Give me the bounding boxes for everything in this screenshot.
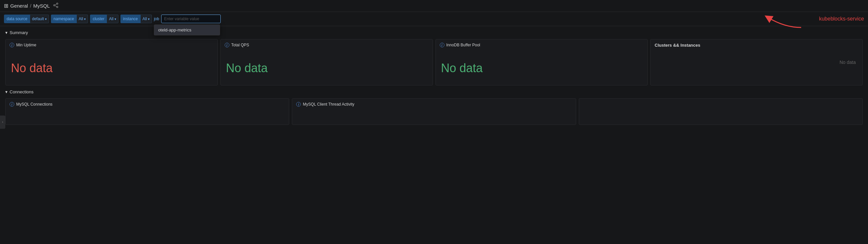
grid-icon: ⊞ (4, 3, 8, 9)
chevron-right-icon: › (2, 120, 3, 124)
job-filter-container: job oteld-app-metrics (154, 14, 221, 23)
job-dropdown-item[interactable]: oteld-app-metrics (154, 25, 220, 35)
connections-label: Connections (9, 89, 33, 94)
instance-value-text: All (143, 17, 147, 21)
job-dropdown-menu: oteld-app-metrics (154, 25, 220, 35)
instance-value[interactable]: All ▾ (141, 14, 152, 23)
cluster-label: cluster (90, 14, 107, 23)
summary-label: Summary (9, 30, 28, 35)
innodb-title: InnoDB Buffer Pool (446, 43, 480, 47)
breadcrumb-separator: / (30, 3, 31, 9)
svg-point-2 (57, 6, 58, 8)
clusters-instances-card: Clusters && Instances No data (650, 39, 863, 85)
namespace-filter[interactable]: namespace All ▾ (51, 14, 88, 23)
total-qps-card: i Total QPS No data (220, 39, 433, 85)
info-icon: i (440, 43, 444, 47)
main-content: ▾ Summary i Min Uptime No data i Total Q… (0, 26, 868, 129)
summary-cards-grid: i Min Uptime No data i Total QPS No data… (5, 39, 863, 85)
connections-chevron-icon: ▾ (5, 89, 8, 94)
total-qps-no-data: No data (226, 61, 268, 75)
min-uptime-card-header: i Min Uptime (9, 43, 213, 47)
chevron-down-icon: ▾ (84, 17, 86, 21)
connections-section: ▾ Connections i MySQL Connections i MySQ… (5, 89, 863, 125)
filters-bar: data source default ▾ namespace All ▾ cl… (0, 12, 868, 26)
namespace-value-text: All (79, 17, 83, 21)
clusters-no-data: No data (840, 60, 856, 65)
annotation-area: kubeblocks-service (819, 16, 864, 22)
connections-section-header: ▾ Connections (5, 89, 863, 94)
chevron-down-icon: ▾ (45, 17, 46, 21)
svg-line-3 (55, 4, 57, 5)
data-source-filter[interactable]: data source default ▾ (4, 14, 49, 23)
mysql-thread-title: MySQL Client Thread Activity (303, 102, 354, 106)
namespace-value[interactable]: All ▾ (77, 14, 88, 23)
instance-filter[interactable]: instance All ▾ (120, 14, 152, 23)
job-label: job (154, 17, 159, 21)
total-qps-title: Total QPS (231, 43, 249, 47)
clusters-card-header: Clusters && Instances (655, 43, 859, 48)
info-icon: i (296, 102, 301, 106)
mysql-connections-card: i MySQL Connections (5, 98, 289, 125)
job-input[interactable] (161, 14, 221, 23)
cluster-value[interactable]: All ▾ (107, 14, 118, 23)
namespace-label: namespace (51, 14, 77, 23)
chevron-down-icon: ▾ (115, 17, 116, 21)
mysql-thread-activity-card: i MySQL Client Thread Activity (292, 98, 576, 125)
mysql-thread-header: i MySQL Client Thread Activity (296, 102, 571, 106)
data-source-value[interactable]: default ▾ (30, 14, 49, 23)
summary-chevron-icon: ▾ (5, 30, 8, 35)
innodb-card-header: i InnoDB Buffer Pool (440, 43, 644, 47)
innodb-no-data: No data (441, 61, 483, 75)
top-bar: ⊞ General / MySQL (0, 0, 868, 12)
annotation-label: kubeblocks-service (819, 16, 864, 22)
info-icon: i (9, 43, 14, 47)
annotation-arrow (765, 12, 804, 29)
clusters-title: Clusters && Instances (655, 43, 700, 48)
conn-card-3 (579, 98, 863, 125)
connections-cards-grid: i MySQL Connections i MySQL Client Threa… (5, 98, 863, 125)
svg-point-0 (57, 3, 58, 4)
min-uptime-no-data: No data (11, 61, 53, 75)
share-icon[interactable] (53, 3, 59, 9)
chevron-down-icon: ▾ (148, 17, 150, 21)
breadcrumb: ⊞ General / MySQL (4, 3, 59, 9)
info-icon: i (9, 102, 14, 106)
breadcrumb-general: General (10, 3, 28, 9)
min-uptime-title: Min Uptime (16, 43, 36, 47)
info-icon: i (225, 43, 229, 47)
data-source-value-text: default (32, 17, 44, 21)
mysql-connections-header: i MySQL Connections (9, 102, 285, 106)
svg-line-4 (55, 6, 57, 7)
cluster-value-text: All (109, 17, 113, 21)
sidebar-toggle-button[interactable]: › (0, 116, 5, 129)
instance-label: instance (120, 14, 141, 23)
svg-point-1 (54, 5, 55, 6)
mysql-connections-title: MySQL Connections (16, 102, 53, 106)
min-uptime-card: i Min Uptime No data (5, 39, 218, 85)
breadcrumb-mysql: MySQL (33, 3, 50, 9)
data-source-label: data source (4, 14, 30, 23)
innodb-buffer-pool-card: i InnoDB Buffer Pool No data (435, 39, 648, 85)
summary-section-header: ▾ Summary (5, 30, 863, 35)
total-qps-card-header: i Total QPS (225, 43, 429, 47)
cluster-filter[interactable]: cluster All ▾ (90, 14, 119, 23)
